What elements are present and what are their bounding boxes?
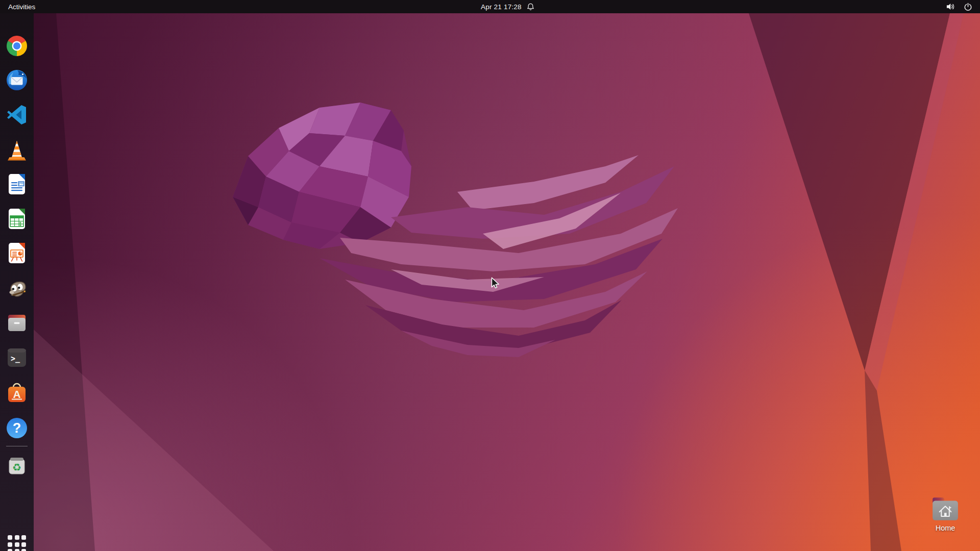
terminal-icon: >_ [5,345,29,370]
dock: >_ A [0,13,34,551]
notification-bell-icon [526,3,535,11]
folder-home-graphic [930,496,960,522]
desktop-area[interactable]: Home [34,13,980,551]
activities-button[interactable]: Activities [0,0,43,13]
files-icon [5,310,29,335]
ubuntu-desktop: Home Activities Apr 21 17:28 [0,0,980,551]
dock-item-vscode[interactable] [5,103,29,127]
show-applications-button[interactable] [7,535,27,551]
grid-dot [8,549,12,551]
system-status-area[interactable] [938,0,980,13]
volume-icon [946,3,955,11]
libreoffice-impress-icon [5,241,29,265]
dock-item-trash[interactable]: ♻ [5,453,29,477]
dock-item-ubuntu-software[interactable]: A [5,381,29,405]
dock-item-libreoffice-writer[interactable] [5,172,29,196]
libreoffice-calc-icon [5,207,29,231]
recycle-glyph: ♻ [12,461,21,473]
mouse-cursor [489,276,502,290]
dock-item-terminal[interactable]: >_ [5,345,29,370]
home-icon-label: Home [936,524,955,532]
vlc-icon [5,137,29,162]
dock-item-gimp[interactable] [5,276,29,300]
dock-item-files[interactable] [5,310,29,335]
dock-item-help[interactable]: ? [5,416,29,440]
dock-separator [6,446,28,446]
ubuntu-software-icon: A [5,381,29,405]
thunderbird-icon [5,68,29,92]
dock-item-vlc[interactable] [5,137,29,162]
chrome-icon [5,34,29,58]
help-icon: ? [5,416,29,440]
libreoffice-writer-icon [5,172,29,196]
grid-dot [21,542,26,547]
grid-dot [21,535,26,540]
dock-item-chrome[interactable] [5,34,29,58]
software-a-glyph: A [13,388,20,400]
dock-item-thunderbird[interactable] [5,68,29,92]
trash-icon: ♻ [5,453,29,477]
wallpaper [34,13,980,551]
grid-dot [15,535,19,540]
vscode-icon [5,103,29,127]
gimp-icon [5,276,29,300]
power-icon [964,3,972,11]
home-folder-icon[interactable]: Home [925,496,966,532]
clock-label: Apr 21 17:28 [481,3,522,11]
grid-dot [15,549,19,551]
clock-menu[interactable]: Apr 21 17:28 [481,0,535,13]
grid-dot [8,535,12,540]
terminal-prompt-glyph: >_ [11,354,20,363]
top-panel: Activities Apr 21 17:28 [0,0,980,13]
dock-item-libreoffice-impress[interactable] [5,241,29,265]
dock-item-libreoffice-calc[interactable] [5,207,29,231]
grid-dot [8,542,12,547]
help-question-glyph: ? [13,420,21,436]
grid-dot [21,549,26,551]
grid-dot [15,542,19,547]
